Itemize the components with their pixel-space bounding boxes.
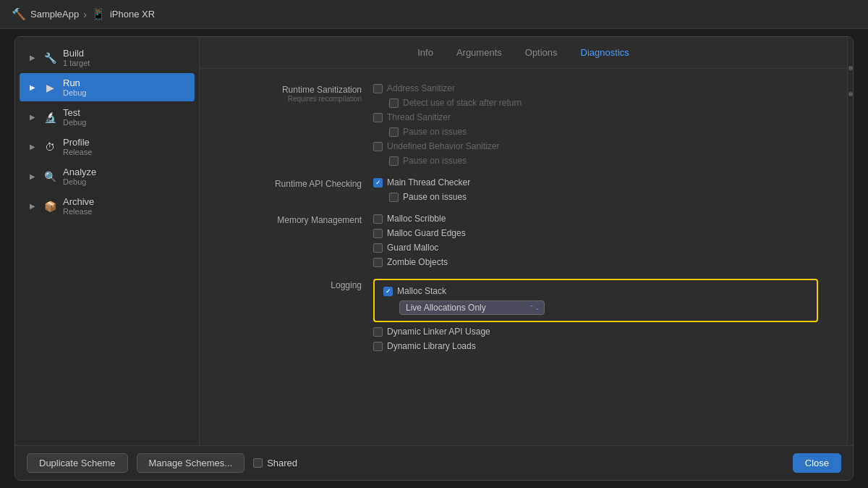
pause-thread-row: Pause on issues: [373, 127, 818, 137]
close-button[interactable]: Close: [793, 453, 841, 473]
run-name: Run: [63, 77, 86, 88]
sidebar-item-build[interactable]: ▶ 🔧 Build 1 target: [20, 43, 195, 72]
pause-thread-checkbox[interactable]: [389, 127, 399, 137]
duplicate-scheme-button[interactable]: Duplicate Scheme: [27, 453, 128, 473]
runtime-api-label: Runtime API Checking: [229, 177, 373, 189]
build-name: Build: [63, 48, 90, 59]
malloc-guard-label: Malloc Guard Edges: [387, 228, 466, 238]
analyze-icon: 🔍: [43, 169, 57, 184]
pause-api-row: Pause on issues: [373, 192, 818, 202]
malloc-stack-checkbox[interactable]: [383, 287, 393, 296]
allocations-select-wrapper: Live Allocations Only All Allocations an…: [399, 300, 545, 315]
dialog-footer: Duplicate Scheme Manage Schemes... Share…: [15, 445, 853, 480]
shared-label: Shared: [267, 458, 297, 468]
arrow-archive: ▶: [28, 202, 37, 211]
run-text: Run Debug: [63, 77, 86, 97]
detect-stack-checkbox[interactable]: [389, 98, 399, 108]
thread-sanitizer-row: Thread Sanitizer: [373, 112, 818, 122]
undefined-behavior-row: Undefined Behavior Sanitizer: [373, 141, 818, 151]
archive-sub: Release: [63, 207, 94, 216]
sidebar-item-profile[interactable]: ▶ ⏱ Profile Release: [20, 132, 195, 161]
live-allocations-row: Live Allocations Only All Allocations an…: [399, 300, 808, 315]
undefined-behavior-label: Undefined Behavior Sanitizer: [387, 141, 499, 151]
detect-stack-row: Detect use of stack after return: [373, 98, 818, 108]
sidebar-item-test[interactable]: ▶ 🔬 Test Debug: [20, 103, 195, 131]
diagnostics-content: Runtime Sanitization Requires recompilat…: [200, 69, 847, 445]
malloc-scribble-checkbox[interactable]: [373, 214, 383, 224]
main-thread-checkbox[interactable]: [373, 178, 383, 188]
sidebar-item-archive[interactable]: ▶ 📦 Archive Release: [20, 192, 195, 220]
pause-thread-label: Pause on issues: [403, 127, 467, 137]
pause-api-label: Pause on issues: [403, 192, 467, 202]
manage-schemes-button[interactable]: Manage Schemes...: [137, 453, 245, 473]
address-sanitizer-checkbox[interactable]: [373, 84, 383, 93]
malloc-stack-row: Malloc Stack: [383, 286, 808, 296]
logging-section: Logging Malloc Stack Live Alloc: [229, 279, 818, 351]
shared-row: Shared: [253, 458, 297, 468]
address-sanitizer-label: Address Sanitizer: [387, 83, 455, 93]
arrow-analyze: ▶: [28, 172, 37, 181]
main-thread-label: Main Thread Checker: [387, 177, 470, 188]
malloc-scribble-label: Malloc Scribble: [387, 214, 446, 224]
malloc-stack-label: Malloc Stack: [397, 286, 446, 296]
build-sub: 1 target: [63, 59, 90, 67]
analyze-text: Analyze Debug: [63, 167, 96, 186]
logging-label: Logging: [229, 279, 373, 290]
malloc-guard-row: Malloc Guard Edges: [373, 228, 818, 238]
dynamic-library-label: Dynamic Library Loads: [387, 341, 476, 351]
tab-info[interactable]: Info: [414, 46, 436, 59]
test-sub: Debug: [63, 118, 86, 127]
arrow-run: ▶: [28, 83, 37, 92]
run-icon: ▶: [43, 80, 57, 95]
sidebar-item-analyze[interactable]: ▶ 🔍 Analyze Debug: [20, 162, 195, 190]
scheme-editor-dialog: ▶ 🔧 Build 1 target ▶ ▶ Run Debug ▶ 🔬: [14, 36, 854, 481]
undefined-behavior-checkbox[interactable]: [373, 142, 383, 151]
dynamic-linker-checkbox[interactable]: [373, 327, 383, 337]
profile-sub: Release: [63, 148, 92, 156]
runtime-sanitization-controls: Address Sanitizer Detect use of stack af…: [373, 83, 818, 166]
title-separator: ›: [83, 9, 87, 20]
arrow-test: ▶: [28, 113, 37, 122]
guard-malloc-checkbox[interactable]: [373, 243, 383, 253]
allocations-select[interactable]: Live Allocations Only All Allocations an…: [399, 300, 545, 315]
build-icon: 🔧: [43, 51, 57, 65]
runtime-api-section: Runtime API Checking Main Thread Checker…: [229, 177, 818, 202]
tab-options[interactable]: Options: [522, 46, 561, 59]
test-icon: 🔬: [43, 110, 57, 125]
test-text: Test Debug: [63, 107, 86, 127]
malloc-guard-checkbox[interactable]: [373, 229, 383, 238]
malloc-scribble-row: Malloc Scribble: [373, 214, 818, 224]
sidebar-item-run[interactable]: ▶ ▶ Run Debug: [20, 73, 195, 101]
runtime-sanitization-section: Runtime Sanitization Requires recompilat…: [229, 83, 818, 166]
archive-text: Archive Release: [63, 196, 94, 216]
shared-checkbox[interactable]: [253, 458, 263, 468]
run-sub: Debug: [63, 88, 86, 97]
tab-arguments[interactable]: Arguments: [454, 46, 505, 59]
arrow-profile: ▶: [28, 143, 37, 151]
pause-undefined-row: Pause on issues: [373, 156, 818, 166]
address-sanitizer-row: Address Sanitizer: [373, 83, 818, 93]
title-bar: 🔨 SampleApp › 📱 iPhone XR: [0, 0, 868, 29]
detect-stack-label: Detect use of stack after return: [403, 98, 522, 108]
app-icon: 🔨: [12, 7, 26, 21]
app-name: SampleApp: [30, 9, 79, 20]
tab-diagnostics[interactable]: Diagnostics: [578, 46, 632, 59]
pause-undefined-checkbox[interactable]: [389, 156, 399, 166]
dialog-inner: ▶ 🔧 Build 1 target ▶ ▶ Run Debug ▶ 🔬: [15, 37, 853, 445]
dynamic-library-checkbox[interactable]: [373, 342, 383, 351]
thread-sanitizer-label: Thread Sanitizer: [387, 112, 451, 122]
build-text: Build 1 target: [63, 48, 90, 67]
analyze-name: Analyze: [63, 167, 96, 177]
archive-name: Archive: [63, 196, 94, 207]
logging-controls: Malloc Stack Live Allocations Only All A…: [373, 279, 818, 351]
runtime-api-controls: Main Thread Checker Pause on issues: [373, 177, 818, 202]
pause-api-checkbox[interactable]: [389, 193, 399, 202]
right-edge: [847, 37, 853, 445]
profile-name: Profile: [63, 137, 92, 148]
arrow-build: ▶: [28, 54, 37, 62]
test-name: Test: [63, 107, 86, 118]
zombie-objects-checkbox[interactable]: [373, 258, 383, 267]
pause-undefined-label: Pause on issues: [403, 156, 467, 166]
dynamic-library-row: Dynamic Library Loads: [373, 341, 818, 351]
thread-sanitizer-checkbox[interactable]: [373, 113, 383, 122]
